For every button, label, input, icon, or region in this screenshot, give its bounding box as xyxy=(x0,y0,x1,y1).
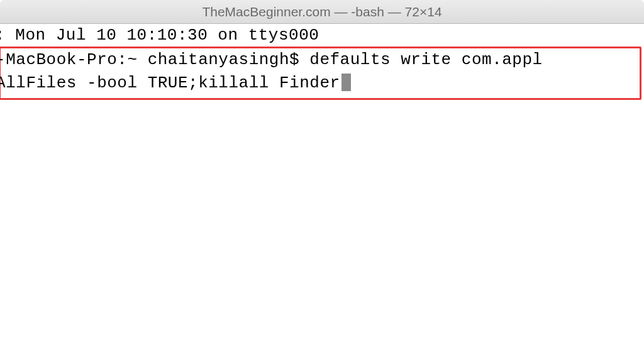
highlight-box: s-MacBook-Pro:~ chaitanyasingh$ defaults… xyxy=(0,47,641,100)
terminal-command-line-1: s-MacBook-Pro:~ chaitanyasingh$ defaults… xyxy=(0,48,640,72)
terminal-window: TheMacBeginner.com — -bash — 72×14 n: Mo… xyxy=(0,0,644,362)
terminal-body[interactable]: n: Mon Jul 10 10:10:30 on ttys000 s-MacB… xyxy=(0,24,644,100)
terminal-command-line-2: wAllFiles -bool TRUE;killall Finder xyxy=(0,72,640,96)
window-title: TheMacBeginner.com — -bash — 72×14 xyxy=(202,4,441,19)
cursor-icon xyxy=(341,74,351,91)
terminal-login-line: n: Mon Jul 10 10:10:30 on ttys000 xyxy=(0,24,644,48)
window-titlebar: TheMacBeginner.com — -bash — 72×14 xyxy=(0,0,644,24)
